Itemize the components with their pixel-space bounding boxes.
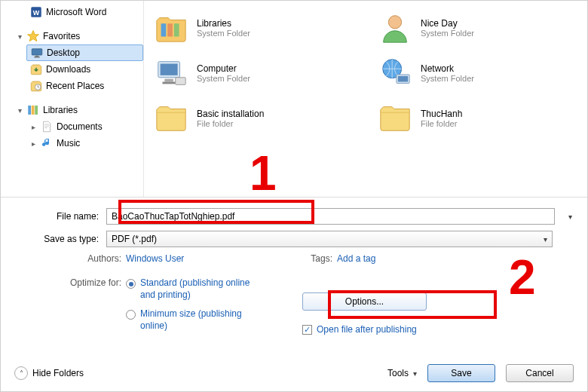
save-button[interactable]: Save bbox=[427, 364, 495, 382]
chevron-down-icon: ▾ bbox=[544, 235, 547, 243]
nav-sidebar: W Microsoft Word ▾ Favorites Desktop Dow… bbox=[1, 1, 144, 197]
svg-rect-10 bbox=[161, 23, 167, 36]
optimize-minimum-radio[interactable]: Minimum size (publishing online) bbox=[126, 308, 261, 332]
computer-large-icon bbox=[153, 55, 189, 91]
chevron-up-icon: ˄ bbox=[14, 366, 28, 380]
filename-dropdown-icon[interactable]: ▾ bbox=[568, 213, 572, 221]
network-large-icon bbox=[377, 55, 413, 91]
svg-rect-12 bbox=[174, 23, 179, 36]
tree-item-libraries[interactable]: ▾ Libraries bbox=[13, 102, 143, 118]
star-icon bbox=[26, 29, 40, 43]
svg-rect-9 bbox=[35, 106, 38, 115]
save-panel: File name: ▾ Save as type: PDF (*.pdf) ▾… bbox=[1, 197, 587, 342]
svg-rect-7 bbox=[28, 106, 31, 115]
document-icon bbox=[40, 120, 54, 133]
expand-down-icon: ▾ bbox=[16, 106, 23, 115]
svg-rect-5 bbox=[34, 57, 40, 57]
radio-icon bbox=[126, 310, 136, 320]
hide-folders-toggle[interactable]: ˄ Hide Folders bbox=[14, 366, 84, 380]
tree-item-recent[interactable]: Recent Places bbox=[26, 78, 143, 94]
recent-icon bbox=[29, 79, 43, 93]
svg-point-13 bbox=[388, 16, 401, 29]
libraries-icon bbox=[26, 103, 40, 117]
tree-item-documents[interactable]: ▸ Documents bbox=[26, 118, 143, 135]
optimize-label: Optimize for: bbox=[61, 277, 121, 288]
chevron-down-icon: ▾ bbox=[413, 369, 417, 378]
authors-label: Authors: bbox=[61, 253, 121, 264]
desktop-icon bbox=[30, 46, 44, 60]
tree-item-favorites[interactable]: ▾ Favorites bbox=[13, 28, 143, 44]
svg-rect-21 bbox=[398, 76, 408, 82]
annotation-number-2: 2 bbox=[509, 250, 536, 305]
open-after-checkbox[interactable]: ✓ Open file after publishing bbox=[302, 324, 513, 335]
optimize-standard-radio[interactable]: Standard (publishing online and printing… bbox=[126, 277, 261, 301]
svg-rect-15 bbox=[161, 64, 178, 75]
tags-label: Tags: bbox=[302, 253, 332, 264]
svg-marker-2 bbox=[28, 31, 39, 41]
svg-rect-3 bbox=[32, 49, 42, 55]
tree-item-word[interactable]: W Microsoft Word bbox=[26, 4, 143, 20]
grid-item-libraries[interactable]: LibrariesSystem Folder bbox=[153, 7, 354, 49]
cancel-button[interactable]: Cancel bbox=[506, 364, 574, 382]
type-select[interactable]: PDF (*.pdf) ▾ bbox=[106, 231, 553, 247]
filename-input[interactable] bbox=[106, 208, 555, 225]
folder-large-icon bbox=[153, 100, 189, 136]
user-large-icon bbox=[377, 10, 413, 46]
file-grid: LibrariesSystem Folder Nice DaySystem Fo… bbox=[144, 1, 587, 197]
dialog-footer: ˄ Hide Folders Tools ▾ Save Cancel bbox=[1, 364, 587, 382]
svg-rect-8 bbox=[32, 106, 35, 115]
tree-item-downloads[interactable]: Downloads bbox=[26, 61, 143, 78]
svg-rect-4 bbox=[35, 56, 39, 57]
type-label: Save as type: bbox=[16, 234, 106, 244]
downloads-icon bbox=[29, 63, 43, 76]
tree-item-music[interactable]: ▸ Music bbox=[26, 135, 143, 152]
svg-rect-17 bbox=[163, 82, 176, 84]
libraries-large-icon bbox=[153, 10, 189, 46]
expand-down-icon: ▾ bbox=[16, 32, 23, 41]
svg-rect-18 bbox=[176, 78, 185, 85]
svg-text:W: W bbox=[33, 9, 40, 17]
word-icon: W bbox=[29, 5, 43, 19]
tree-item-desktop[interactable]: Desktop bbox=[26, 44, 143, 61]
tags-value[interactable]: Add a tag bbox=[337, 253, 375, 264]
music-icon bbox=[40, 136, 54, 150]
expand-right-icon: ▸ bbox=[29, 123, 37, 131]
radio-icon bbox=[126, 279, 136, 289]
annotation-number-1: 1 bbox=[250, 145, 277, 201]
tools-menu[interactable]: Tools ▾ bbox=[387, 368, 417, 378]
checkbox-icon: ✓ bbox=[302, 325, 312, 335]
filename-label: File name: bbox=[16, 211, 106, 222]
grid-item-computer[interactable]: ComputerSystem Folder bbox=[153, 52, 354, 94]
options-button[interactable]: Options... bbox=[302, 292, 427, 311]
grid-item-niceday[interactable]: Nice DaySystem Folder bbox=[377, 7, 578, 49]
grid-item-network[interactable]: NetworkSystem Folder bbox=[377, 52, 578, 94]
svg-rect-16 bbox=[164, 79, 173, 82]
grid-item-thuchanh[interactable]: ThucHanhFile folder bbox=[377, 97, 578, 139]
svg-rect-11 bbox=[167, 23, 173, 36]
authors-value[interactable]: Windows User bbox=[126, 253, 184, 264]
expand-right-icon: ▸ bbox=[29, 139, 37, 148]
grid-item-basic[interactable]: Basic installationFile folder bbox=[153, 97, 354, 139]
folder-large-icon bbox=[377, 100, 413, 136]
